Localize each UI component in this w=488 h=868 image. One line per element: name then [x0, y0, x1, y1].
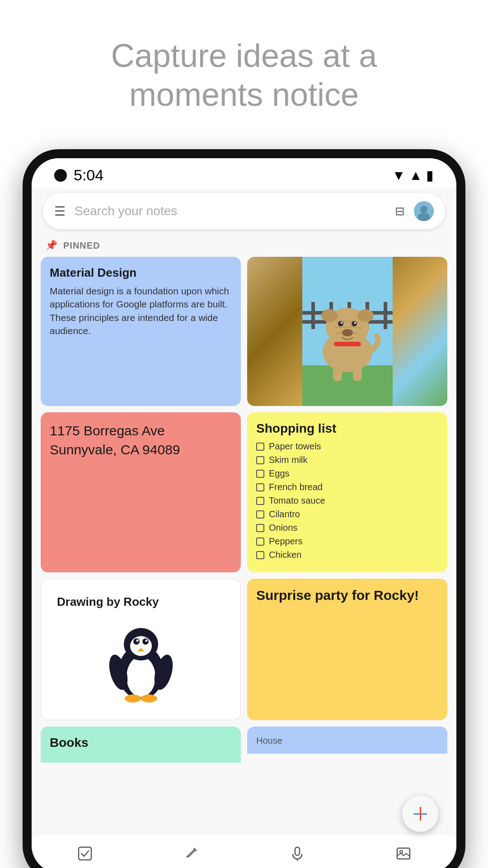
shopping-list-title: Shopping list [256, 421, 438, 436]
surprise-party-text: Surprise party for Rocky! [256, 588, 419, 603]
user-avatar[interactable] [414, 201, 434, 221]
note-card-shopping-list[interactable]: Shopping list Paper towels Skim milk Egg… [247, 412, 447, 572]
svg-rect-22 [353, 365, 362, 381]
fab-add-button[interactable] [402, 796, 438, 832]
shopping-item-1: Paper towels [256, 441, 438, 452]
svg-rect-21 [333, 365, 342, 381]
note-card-surprise-party[interactable]: Surprise party for Rocky! [247, 579, 447, 720]
search-bar[interactable]: ☰ Search your notes ⊟ [43, 193, 445, 229]
svg-point-1 [420, 206, 427, 213]
svg-point-25 [127, 656, 155, 697]
svg-point-17 [354, 322, 356, 324]
svg-point-29 [142, 638, 149, 645]
nav-checkboxes-button[interactable] [71, 840, 99, 867]
signal-icon: ▲ [409, 168, 422, 183]
notes-grid-row1: Material Design Material design is a fou… [32, 257, 456, 406]
notes-grid-row3: Drawing by Rocky [32, 579, 456, 720]
penguin-drawing-container: Drawing by Rocky [50, 588, 231, 711]
svg-point-31 [145, 640, 147, 642]
shopping-item-8: Peppers [256, 536, 438, 547]
phone-frame: 5:04 ▼ ▲ ▮ ☰ Search your notes ⊟ � [23, 149, 465, 868]
checkbox-3[interactable] [256, 470, 264, 478]
shopping-item-4: French bread [256, 482, 438, 492]
status-time: 5:04 [74, 166, 103, 184]
status-icons: ▼ ▲ ▮ [392, 167, 434, 183]
note-card-dog-photo[interactable] [247, 257, 447, 406]
shopping-item-2: Skim milk [256, 455, 438, 465]
note-card-books[interactable]: Books [41, 726, 241, 763]
svg-rect-7 [311, 302, 315, 329]
note-card-material-design[interactable]: Material Design Material design is a fou… [41, 257, 241, 406]
checkbox-7[interactable] [256, 524, 264, 532]
note-title-books: Books [50, 736, 232, 750]
nav-pencil-button[interactable] [178, 840, 205, 867]
note-card-drawing-rocky[interactable]: Drawing by Rocky [41, 579, 241, 720]
phone-screen: 5:04 ▼ ▲ ▮ ☰ Search your notes ⊟ � [32, 158, 456, 868]
menu-icon: ☰ [54, 204, 66, 219]
hero-line1: Capture ideas at a [111, 38, 377, 74]
svg-point-14 [338, 321, 343, 326]
checkbox-6[interactable] [256, 510, 264, 519]
penguin-svg [105, 613, 177, 704]
nav-microphone-button[interactable] [284, 840, 311, 867]
svg-point-20 [357, 309, 374, 322]
checkbox-1[interactable] [256, 443, 264, 451]
svg-point-41 [400, 850, 403, 853]
dog-image [247, 257, 447, 406]
svg-rect-11 [384, 302, 387, 329]
svg-point-19 [321, 309, 338, 322]
search-placeholder: Search your notes [75, 204, 386, 218]
shopping-item-3: Eggs [256, 468, 438, 479]
camera-dot [54, 169, 67, 182]
shopping-item-6: Cilantro [256, 509, 438, 519]
wifi-icon: ▼ [392, 168, 406, 183]
status-bar: 5:04 ▼ ▲ ▮ [32, 158, 456, 189]
notes-area: Material Design Material design is a fou… [32, 257, 456, 868]
notes-grid-row4: Books House [32, 726, 456, 763]
note-card-address[interactable]: 1175 Borregas Ave Sunnyvale, CA 94089 [41, 412, 241, 572]
note-address-text: 1175 Borregas Ave Sunnyvale, CA 94089 [50, 421, 232, 459]
svg-point-35 [125, 694, 141, 703]
notes-grid-row2: 1175 Borregas Ave Sunnyvale, CA 94089 Sh… [32, 412, 456, 572]
svg-rect-38 [295, 847, 300, 855]
svg-point-18 [342, 329, 353, 336]
svg-point-28 [133, 638, 140, 645]
checkbox-8[interactable] [256, 538, 264, 546]
svg-point-36 [141, 694, 157, 703]
grid-view-icon[interactable]: ⊟ [395, 204, 405, 218]
shopping-item-7: Onions [256, 523, 438, 533]
nav-image-button[interactable] [390, 840, 417, 867]
svg-rect-37 [79, 847, 91, 860]
battery-icon: ▮ [426, 167, 434, 183]
pin-icon: 📌 [45, 240, 58, 251]
svg-rect-23 [334, 342, 361, 346]
shopping-item-9: Chicken [256, 550, 438, 560]
svg-point-30 [136, 640, 138, 642]
checkbox-4[interactable] [256, 483, 264, 491]
note-title-drawing: Drawing by Rocky [57, 595, 159, 609]
hero-text: Capture ideas at a moments notice [0, 0, 488, 132]
bottom-navigation [32, 834, 456, 868]
checkbox-2[interactable] [256, 456, 264, 464]
hero-line2: moments notice [129, 76, 359, 113]
pinned-text: PINNED [63, 241, 100, 251]
note-card-partial-blue[interactable]: House [247, 726, 447, 754]
checkbox-5[interactable] [256, 497, 264, 505]
svg-point-16 [341, 322, 343, 324]
svg-point-27 [130, 636, 152, 656]
note-body-material: Material design is a foundation upon whi… [50, 284, 232, 338]
note-title-material: Material Design [50, 266, 232, 280]
svg-rect-40 [397, 848, 410, 859]
pinned-section-label: 📌 PINNED [32, 236, 456, 257]
svg-point-15 [352, 321, 357, 326]
shopping-item-5: Tomato sauce [256, 495, 438, 506]
checkbox-9[interactable] [256, 551, 264, 559]
